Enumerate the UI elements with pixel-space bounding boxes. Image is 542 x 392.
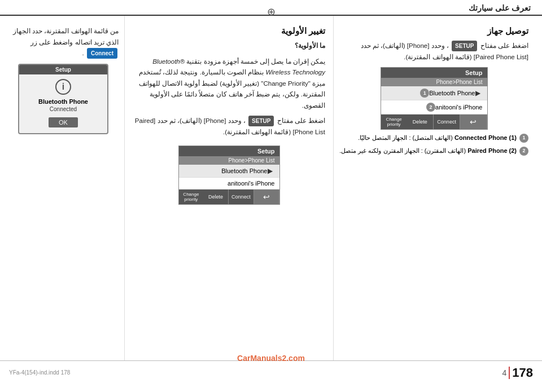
delete-button-mid[interactable]: Delete xyxy=(203,190,229,204)
arrow-icon-right: ▶ xyxy=(475,89,480,97)
change-priority-button-mid[interactable]: Change priority xyxy=(179,190,204,204)
page-title: تعرف على سيارتك xyxy=(469,3,531,12)
setup-buttons-right: ↩ Connect Delete Change priority xyxy=(381,114,487,129)
middle-section: تغيير الأولوية ما الأولوية؟ يمكن إقران م… xyxy=(124,16,333,360)
footer-page-number: 4 178 xyxy=(502,365,533,380)
setup-header-right: Setup xyxy=(381,68,487,78)
ann-text-2: Paired Phone (2) (الهاتف المقترن) : الجه… xyxy=(339,146,517,156)
setup-item-iphone-mid[interactable]: anitooni's iPhone xyxy=(179,178,279,190)
setup-header-mid: Setup xyxy=(179,146,279,156)
delete-button-right[interactable]: Delete xyxy=(407,114,434,129)
change-priority-button-right[interactable]: Change priority xyxy=(381,114,407,129)
arrow-icon-mid: ▶ xyxy=(268,167,273,175)
popup-status: Connected xyxy=(24,106,103,112)
footer-file-info: YFa-4(154)-ind.indd 178 xyxy=(9,369,70,376)
setup-item-iphone-right[interactable]: anitooni's iPhone 2 xyxy=(381,100,487,114)
connect-intro-text: من قائمة الهواتف المقترنة، حدد الجهاز ال… xyxy=(8,26,119,59)
annotation-1: 1 Connected Phone (1) (الهاتف المتصل) : … xyxy=(339,133,528,143)
page-header: ⊕ تعرف على سيارتك xyxy=(0,0,542,16)
change-priority-title: تغيير الأولوية xyxy=(133,26,325,36)
crosshair-icon: ⊕ xyxy=(267,6,276,18)
back-button-mid[interactable]: ↩ xyxy=(254,190,279,204)
page-footer: YFa-4(154)-ind.indd 178 4 178 xyxy=(0,360,542,384)
left-section: من قائمة الهواتف المقترنة، حدد الجهاز ال… xyxy=(0,16,124,360)
page-num-box: 4 178 xyxy=(502,365,533,380)
popup-ok-button[interactable]: OK xyxy=(49,117,78,127)
ann-num-1: 1 xyxy=(519,134,528,143)
setup-panel-right: Setup Phone>Phone List ▶ Bluetooth Phone… xyxy=(381,67,488,130)
popup-header: Setup xyxy=(19,65,107,74)
setup-panel-middle: Setup Phone>Phone List ▶ Bluetooth Phone… xyxy=(178,146,280,205)
bluetooth-popup: Setup i Bluetooth Phone Connected OK xyxy=(18,64,108,134)
setup-item-bt-right[interactable]: ▶ Bluetooth Phone 1 xyxy=(381,86,487,100)
ann-text-1: Connected Phone (1) (الهاتف المتصل) : ال… xyxy=(358,133,517,143)
page-number: 178 xyxy=(512,365,533,380)
connect-badge: Connect xyxy=(87,48,117,59)
what-priority-subtitle: ما الأولوية؟ xyxy=(133,41,325,52)
main-content: من قائمة الهواتف المقترنة، حدد الجهاز ال… xyxy=(0,16,542,360)
chapter-number: 4 xyxy=(502,368,506,377)
badge-2: 2 xyxy=(426,103,435,112)
connect-button-right[interactable]: Connect xyxy=(434,114,460,129)
priority-description: يمكن إقران ما يصل إلى خمسة أجهزة مزودة ب… xyxy=(133,56,325,112)
setup-subheader-right: Phone>Phone List xyxy=(381,78,487,86)
setup-buttons-mid: ↩ Connect Delete Change priority xyxy=(179,190,279,204)
popup-device-title: Bluetooth Phone xyxy=(24,98,103,105)
connect-device-title: توصيل جهاز xyxy=(339,26,528,36)
setup-item-bt-mid[interactable]: ▶ Bluetooth Phone xyxy=(179,165,279,178)
connect-button-mid[interactable]: Connect xyxy=(229,190,254,204)
back-button-right[interactable]: ↩ xyxy=(460,114,487,129)
setup-instruction: اضغط على مفتاح SETUP ، وحدد [Phone] (اله… xyxy=(133,116,325,138)
connect-instruction: اضغط على مفتاح SETUP ، وحدد [Phone] (اله… xyxy=(339,41,528,63)
setup-subheader-mid: Phone>Phone List xyxy=(179,156,279,165)
annotation-list: 1 Connected Phone (1) (الهاتف المتصل) : … xyxy=(339,133,528,156)
setup-badge-mid: SETUP xyxy=(248,116,274,126)
ann-num-2: 2 xyxy=(519,147,528,156)
page-divider xyxy=(509,367,510,379)
info-icon: i xyxy=(55,79,71,95)
right-section: توصيل جهاز اضغط على مفتاح SETUP ، وحدد [… xyxy=(333,16,542,360)
setup-badge-right: SETUP xyxy=(452,41,477,51)
badge-1: 1 xyxy=(420,89,429,98)
watermark: CarManuals2.com xyxy=(237,354,305,363)
annotation-2: 2 Paired Phone (2) (الهاتف المقترن) : ال… xyxy=(339,146,528,156)
